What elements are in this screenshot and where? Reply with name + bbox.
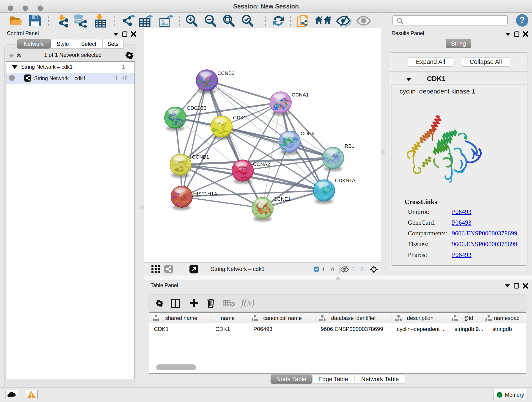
svg-text:CCNB1: CCNB1 bbox=[192, 154, 209, 160]
svg-text:CDKN1A: CDKN1A bbox=[335, 178, 355, 183]
svg-text:CCNE1: CCNE1 bbox=[273, 196, 291, 202]
svg-text:?: ? bbox=[519, 15, 525, 25]
svg-text:CCNA1: CCNA1 bbox=[292, 92, 309, 98]
svg-text:CDC25B: CDC25B bbox=[187, 105, 207, 111]
svg-text:RB1: RB1 bbox=[345, 143, 355, 149]
svg-text:CDC6: CDC6 bbox=[301, 131, 314, 136]
svg-text:HIST1H1A: HIST1H1A bbox=[193, 191, 217, 197]
svg-text:CCNA2: CCNA2 bbox=[253, 161, 270, 167]
svg-text:CDK1: CDK1 bbox=[233, 115, 247, 121]
svg-text:CCNB2: CCNB2 bbox=[217, 70, 234, 76]
